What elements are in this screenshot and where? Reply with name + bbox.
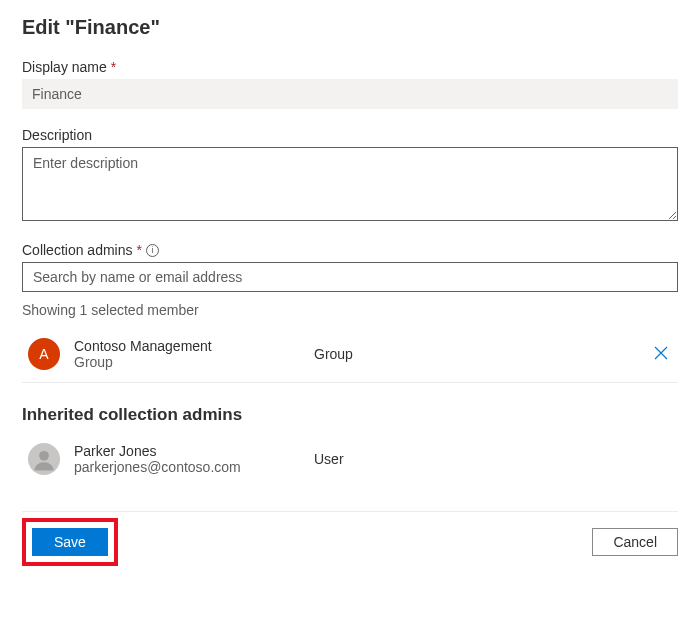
- description-label: Description: [22, 127, 678, 143]
- member-subtext: Group: [74, 354, 314, 370]
- inherited-member-row: Parker Jones parkerjones@contoso.com Use…: [22, 431, 678, 487]
- cancel-button[interactable]: Cancel: [592, 528, 678, 556]
- collection-admins-label-text: Collection admins: [22, 242, 133, 258]
- collection-admins-label: Collection admins * i: [22, 242, 678, 258]
- avatar: [28, 443, 60, 475]
- member-type: Group: [314, 346, 650, 362]
- page-title: Edit "Finance": [22, 16, 678, 39]
- collection-admins-field: Collection admins * i: [22, 242, 678, 292]
- member-type: User: [314, 451, 672, 467]
- person-icon: [31, 446, 57, 472]
- footer-actions: Save Cancel: [22, 511, 678, 566]
- display-name-label: Display name *: [22, 59, 678, 75]
- required-asterisk-icon: *: [137, 242, 142, 258]
- required-asterisk-icon: *: [111, 59, 116, 75]
- member-text-block: Contoso Management Group: [74, 338, 314, 370]
- edit-collection-panel: Edit "Finance" Display name * Descriptio…: [0, 0, 700, 586]
- display-name-field: Display name *: [22, 59, 678, 109]
- admin-search-input[interactable]: [22, 262, 678, 292]
- member-name: Parker Jones: [74, 443, 314, 459]
- member-name: Contoso Management: [74, 338, 314, 354]
- save-button[interactable]: Save: [32, 528, 108, 556]
- remove-member-button[interactable]: [650, 342, 672, 367]
- inherited-admins-heading: Inherited collection admins: [22, 405, 678, 425]
- description-textarea[interactable]: [22, 147, 678, 221]
- avatar-letter: A: [39, 346, 48, 362]
- info-icon[interactable]: i: [146, 244, 159, 257]
- selected-count-text: Showing 1 selected member: [22, 302, 678, 318]
- member-text-block: Parker Jones parkerjones@contoso.com: [74, 443, 314, 475]
- description-field: Description: [22, 127, 678, 224]
- display-name-label-text: Display name: [22, 59, 107, 75]
- save-highlight-box: Save: [22, 518, 118, 566]
- member-subtext: parkerjones@contoso.com: [74, 459, 314, 475]
- avatar: A: [28, 338, 60, 370]
- admin-member-row: A Contoso Management Group Group: [22, 326, 678, 383]
- svg-point-0: [39, 451, 49, 461]
- close-icon: [654, 346, 668, 360]
- display-name-input[interactable]: [22, 79, 678, 109]
